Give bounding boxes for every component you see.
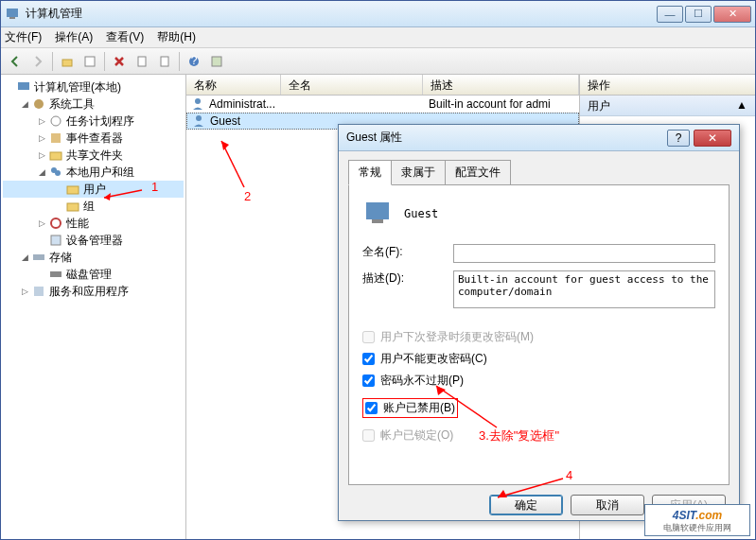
user-icon [190,96,205,112]
tree-event-viewer[interactable]: ▷事件查看器 [3,130,184,147]
col-name[interactable]: 名称 [186,75,281,95]
svg-text:?: ? [191,55,198,67]
dialog-help-button[interactable]: ? [667,130,690,147]
checkbox-cannot-change[interactable] [362,353,375,365]
actions-item-users[interactable]: 用户 ▲ [580,96,755,116]
checkbox-account-locked [362,429,375,442]
user-large-icon [362,199,393,229]
tree-performance[interactable]: ▷性能 [3,215,184,232]
svg-rect-0 [7,9,18,17]
svg-rect-9 [18,82,29,90]
tree-storage[interactable]: ◢存储 [3,249,184,266]
menu-view[interactable]: 查看(V) [106,29,144,45]
menubar: 文件(F) 操作(A) 查看(V) 帮助(H) [1,27,755,48]
svg-rect-19 [51,235,61,245]
svg-rect-4 [138,57,146,66]
svg-point-24 [196,115,202,121]
svg-rect-5 [161,57,168,66]
tree-users[interactable]: 用户 [3,181,184,198]
svg-point-15 [55,170,61,176]
tree-local-users-groups[interactable]: ◢本地用户和组 [3,164,184,181]
tab-content-general: Guest 全名(F): 描述(D): Built-in account for… [348,184,730,485]
app-icon [5,7,20,22]
tree-groups[interactable]: 组 [3,198,184,215]
svg-rect-8 [212,57,221,66]
description-input[interactable]: Built-in account for guest access to the… [453,270,715,308]
svg-rect-20 [33,254,44,260]
svg-point-10 [34,99,44,109]
dialog-titlebar[interactable]: Guest 属性 ? ✕ [339,125,739,151]
check-must-change-password: 用户下次登录时须更改密码(M) [362,329,715,345]
properties-dialog: Guest 属性 ? ✕ 常规 隶属于 配置文件 Guest 全名(F): 描述… [338,124,740,521]
tree-shared-folders[interactable]: ▷共享文件夹 [3,147,184,164]
user-icon [191,113,206,129]
forward-button[interactable] [27,51,48,72]
properties-button[interactable] [79,51,100,72]
col-desc[interactable]: 描述 [423,75,579,95]
svg-rect-16 [67,186,79,194]
tree-panel: 计算机管理(本地) ◢系统工具 ▷任务计划程序 ▷事件查看器 ▷共享文件夹 ◢本… [1,75,186,539]
menu-file[interactable]: 文件(F) [5,29,42,45]
menu-help[interactable]: 帮助(H) [157,29,196,45]
maximize-button[interactable]: ☐ [685,6,712,23]
username-display: Guest [404,207,438,220]
svg-point-11 [51,116,61,126]
main-titlebar[interactable]: 计算机管理 — ☐ ✕ [1,1,755,27]
col-fullname[interactable]: 全名 [281,75,423,95]
tree-task-scheduler[interactable]: ▷任务计划程序 [3,113,184,130]
tree-device-manager[interactable]: 设备管理器 [3,232,184,249]
list-row-administrator[interactable]: Administrat... Built-in account for admi [186,96,579,113]
back-button[interactable] [5,51,26,72]
svg-rect-21 [50,271,62,277]
watermark: 4SIT.com 电脑软硬件应用网 [644,504,750,536]
dialog-close-button[interactable]: ✕ [694,130,731,147]
svg-point-23 [195,98,201,104]
check-account-locked: 帐户已锁定(O) [362,427,715,444]
svg-rect-3 [85,57,95,66]
tab-memberof[interactable]: 隶属于 [391,160,446,185]
tree-services-apps[interactable]: ▷服务和应用程序 [3,283,184,300]
menu-action[interactable]: 操作(A) [55,29,93,45]
cancel-button[interactable]: 取消 [571,495,644,515]
svg-rect-13 [50,152,62,160]
tab-general[interactable]: 常规 [348,160,392,185]
tree-disk-management[interactable]: 磁盘管理 [3,266,184,283]
svg-rect-26 [372,219,383,223]
tab-strip: 常规 隶属于 配置文件 [339,151,739,184]
help-button[interactable]: ? [184,51,204,72]
delete-button[interactable] [109,51,130,72]
svg-point-18 [51,218,61,228]
toolbar: ? [1,48,755,75]
window-title: 计算机管理 [26,6,657,22]
svg-rect-1 [9,17,15,19]
extra-button[interactable] [206,51,227,72]
check-password-never-expires[interactable]: 密码永不过期(P) [362,373,715,389]
list-header: 名称 全名 描述 [186,75,579,96]
doc2-button[interactable] [154,51,175,72]
dialog-title: Guest 属性 [346,130,667,146]
close-button[interactable]: ✕ [713,6,751,23]
checkbox-account-disabled[interactable] [365,402,378,414]
minimize-button[interactable]: — [657,6,683,23]
svg-rect-22 [34,287,44,296]
fullname-label: 全名(F): [362,244,453,260]
tree-system-tools[interactable]: ◢系统工具 [3,96,184,113]
svg-rect-17 [67,203,79,211]
description-label: 描述(D): [362,270,453,287]
fullname-input[interactable] [453,244,715,263]
ok-button[interactable]: 确定 [489,495,563,515]
checkbox-must-change [362,331,375,343]
svg-rect-25 [366,202,389,219]
check-cannot-change-password[interactable]: 用户不能更改密码(C) [362,351,715,367]
chevron-up-icon: ▲ [736,98,747,113]
svg-rect-2 [62,60,72,66]
tab-profile[interactable]: 配置文件 [445,160,511,185]
svg-rect-12 [51,133,61,143]
checkbox-never-expires[interactable] [362,375,375,387]
actions-header: 操作 [580,75,755,96]
tree-root[interactable]: 计算机管理(本地) [3,78,184,96]
up-button[interactable] [57,51,78,72]
check-account-disabled[interactable]: 账户已禁用(B) [362,398,458,418]
doc-button[interactable] [132,51,152,72]
